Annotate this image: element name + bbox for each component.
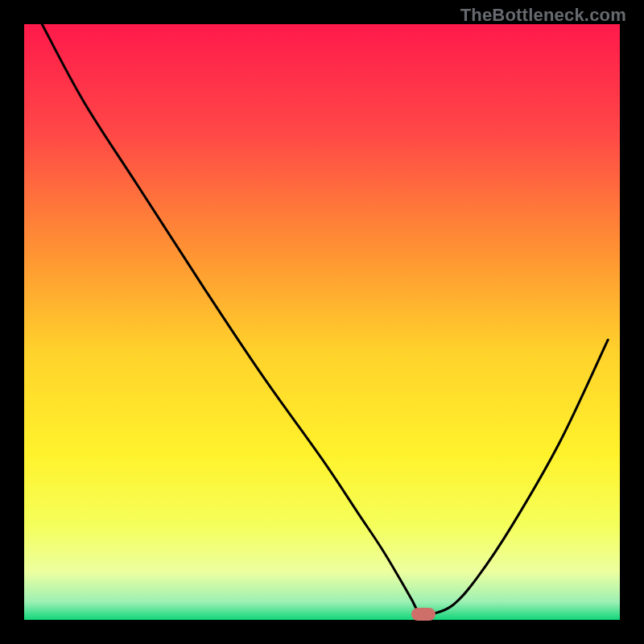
optimal-point-marker	[411, 608, 436, 621]
gradient-background	[24, 24, 620, 620]
chart-frame: TheBottleneck.com	[0, 0, 644, 644]
watermark-text: TheBottleneck.com	[460, 5, 626, 26]
bottleneck-chart	[24, 24, 620, 620]
